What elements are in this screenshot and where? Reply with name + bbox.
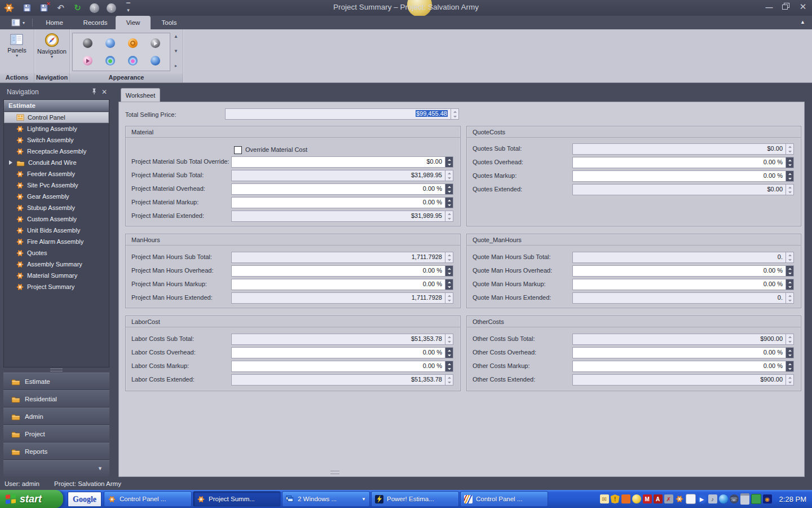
override-material-cost-checkbox[interactable] — [234, 146, 242, 154]
sidebar-item-fire-alarm-assembly[interactable]: Fire Alarm Assembly — [4, 236, 109, 247]
card-icon[interactable] — [751, 494, 761, 504]
sidebar-item-switch-assembly[interactable]: Switch Assembly — [4, 134, 109, 146]
quote-man-hours-overhead-field[interactable]: 0.00 % — [572, 265, 794, 277]
sidebar-item-assembly-summary[interactable]: Assembly Summary — [4, 259, 109, 270]
total-spinner[interactable] — [451, 109, 458, 119]
app-menu-button[interactable]: ▾ — [8, 17, 28, 28]
phone-icon[interactable]: ☏ — [730, 494, 739, 503]
project-man-hours-markup-field[interactable]: 0.00 % — [231, 279, 453, 290]
sidebar-item-project-summary[interactable]: Project Summary — [4, 281, 109, 292]
sidebar-item-material-summary[interactable]: Material Summary — [4, 270, 109, 281]
labor-costs-markup-field[interactable]: 0.00 % — [231, 361, 453, 372]
sidebar-item-quotes[interactable]: Quotes — [4, 247, 109, 259]
sidebar-item-lighting-assembly[interactable]: Lighting Assembly — [4, 123, 109, 134]
spinner[interactable] — [445, 348, 453, 358]
reminder-ball-icon[interactable] — [632, 494, 641, 503]
wireless-icon[interactable]: ◉ — [763, 494, 772, 503]
pink-center-orb-icon[interactable] — [128, 56, 138, 65]
spinner[interactable] — [445, 157, 453, 167]
black-orb-icon[interactable] — [83, 38, 92, 48]
other-costs-overhead-field[interactable]: 0.00 % — [572, 347, 794, 358]
sidebar-button-residential[interactable]: Residential — [3, 390, 109, 408]
sidebar-button-project[interactable]: Project — [3, 425, 109, 443]
sidebar-item-conduit-and-wire[interactable]: Conduit And Wire — [4, 157, 109, 168]
sidebar-overflow-button[interactable]: ▼ — [3, 460, 109, 476]
other-costs-markup-field[interactable]: 0.00 % — [572, 361, 794, 372]
spinner[interactable] — [785, 171, 793, 181]
total-selling-price-field[interactable]: $99,455.48 — [225, 108, 459, 120]
spinner[interactable] — [445, 361, 453, 371]
tab-worksheet[interactable]: Worksheet — [121, 88, 160, 103]
spinner[interactable] — [785, 348, 793, 358]
spinner[interactable] — [785, 266, 793, 276]
project-man-hours-overhead-field[interactable]: 0.00 % — [231, 265, 453, 277]
sidebar-button-reports[interactable]: Reports — [3, 443, 109, 460]
quotes-markup-field[interactable]: 0.00 % — [572, 170, 794, 182]
project-material-overhead-field[interactable]: 0.00 % — [231, 183, 453, 195]
project-material-sub-total-override-field[interactable]: $0.00 — [231, 156, 453, 168]
pink-glyph-orb-icon[interactable] — [83, 56, 92, 65]
panels-button[interactable]: Panels ▾ — [7, 32, 27, 58]
tab-view[interactable]: View — [116, 16, 151, 29]
blue-orb-icon[interactable] — [105, 38, 115, 48]
sidebar-item-control-panel[interactable]: Control Panel — [4, 112, 109, 123]
spinner[interactable] — [785, 157, 793, 168]
gray-glyph-orb-icon[interactable] — [151, 38, 160, 48]
gallery-down-icon[interactable]: ▼ — [174, 49, 178, 54]
mcafee-icon[interactable]: M — [643, 494, 652, 503]
sidebar-item-gear-assembly[interactable]: Gear Assembly — [4, 191, 109, 202]
messenger-bubble-icon[interactable] — [686, 494, 696, 504]
appearance-gallery[interactable] — [72, 33, 170, 71]
java-icon[interactable] — [621, 494, 630, 503]
msn-icon[interactable] — [719, 494, 728, 503]
taskbar-button-window-group[interactable]: 2 Windows ... ▼ — [282, 491, 370, 507]
user-offline-icon[interactable]: ✗ — [664, 494, 673, 503]
sidebar-splitter[interactable] — [3, 367, 109, 372]
spinner[interactable] — [445, 266, 453, 276]
google-search-bar[interactable]: Google — [68, 492, 102, 507]
start-button[interactable]: start — [0, 490, 63, 508]
mail-icon[interactable]: ✉ — [600, 494, 609, 503]
sidebar-item-custom-assembly[interactable]: Custom Assembly — [4, 213, 109, 225]
tab-home[interactable]: Home — [34, 16, 75, 29]
security-shield-icon[interactable]: ! — [611, 494, 620, 503]
taskbar-button-power-estimator[interactable]: Power! Estima... — [371, 491, 459, 507]
printer-icon[interactable] — [740, 493, 749, 505]
tab-tools[interactable]: Tools — [151, 16, 188, 29]
quote-man-hours-markup-field[interactable]: 0.00 % — [572, 279, 794, 290]
sidebar-item-stubup-assembly[interactable]: Stubup Assembly — [4, 202, 109, 213]
tab-records[interactable]: Records — [75, 16, 116, 29]
sidebar-button-admin[interactable]: Admin — [3, 408, 109, 425]
sidebar-button-estimate[interactable]: Estimate — [3, 373, 109, 390]
close-button[interactable]: ✕ — [798, 3, 807, 11]
spinner[interactable] — [785, 279, 793, 290]
spinner[interactable] — [445, 184, 453, 194]
navigation-button[interactable]: Navigation ▾ — [37, 32, 67, 59]
spinner[interactable] — [785, 361, 793, 371]
pdf-icon[interactable]: A — [654, 494, 663, 503]
spinner[interactable] — [445, 198, 453, 208]
sidebar-close-icon[interactable]: ✕ — [99, 88, 109, 96]
minimize-button[interactable]: — — [765, 3, 774, 11]
quotes-overhead-field[interactable]: 0.00 % — [572, 157, 794, 168]
expander-icon[interactable] — [9, 160, 15, 165]
gallery-more-icon[interactable]: ▸ — [175, 63, 177, 69]
spinner[interactable] — [445, 279, 453, 290]
taskbar-button-project-summary[interactable]: Project Summ... — [193, 491, 281, 507]
sidebar-item-feeder-assembly[interactable]: Feeder Assembly — [4, 168, 109, 179]
gallery-up-icon[interactable]: ▲ — [174, 34, 178, 40]
media-play-icon[interactable]: ▶ — [698, 494, 707, 503]
labor-costs-overhead-field[interactable]: 0.00 % — [231, 347, 453, 358]
project-material-markup-field[interactable]: 0.00 % — [231, 197, 453, 208]
sidebar-item-receptacle-assembly[interactable]: Receptacle Assembly — [4, 146, 109, 157]
volume-icon[interactable]: ♪ — [708, 494, 717, 503]
sidebar-item-unit-bids-assembly[interactable]: Unit Bids Assembly — [4, 225, 109, 236]
ribbon-collapse-icon[interactable]: ▲ — [800, 19, 805, 25]
panel-grip[interactable] — [330, 471, 339, 474]
taskbar-button-control-panel-2[interactable]: Control Panel ... — [460, 491, 548, 507]
restore-button[interactable] — [782, 3, 791, 11]
green-center-orb-icon[interactable] — [105, 56, 115, 65]
sidebar-item-site-pvc-assembly[interactable]: Site Pvc Assembly — [4, 179, 109, 191]
plain-blue-orb-icon[interactable] — [151, 56, 160, 65]
estimator-app-icon[interactable] — [675, 494, 684, 503]
